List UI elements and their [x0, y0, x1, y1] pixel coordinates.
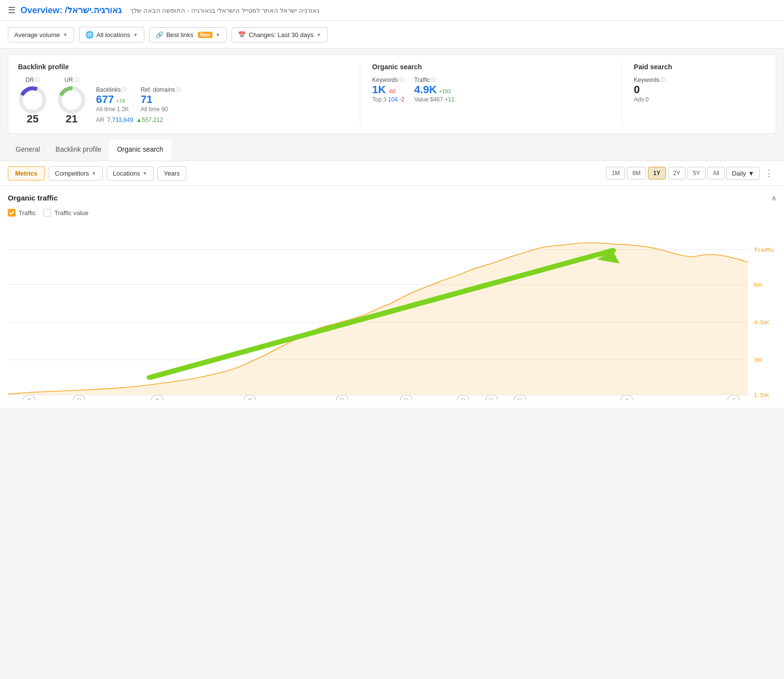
time-2y-button[interactable]: 2Y — [668, 167, 686, 180]
years-button[interactable]: Years — [157, 166, 186, 180]
traffic-legend-item[interactable]: Traffic — [8, 209, 36, 217]
keywords-info-icon[interactable]: ⓘ — [399, 77, 404, 83]
ref-domains-info-icon[interactable]: ⓘ — [176, 86, 181, 93]
toolbar: Average volume ▼ 🌐 All locations ▼ 🔗 Bes… — [0, 21, 784, 49]
svg-text:G: G — [404, 397, 409, 400]
top-bar: ☰ Overview: /גאורגיה.ישראל גאורגיה ישראל… — [0, 0, 784, 21]
organic-stats-row: Keywords ⓘ 1K -60 Top 3 104 -2 Traffic ⓘ — [372, 77, 610, 103]
all-locations-button[interactable]: 🌐 All locations ▼ — [79, 27, 144, 42]
caret-icon: ▼ — [133, 32, 138, 38]
avg-volume-button[interactable]: Average volume ▼ — [8, 27, 74, 42]
traffic-stat: Traffic ⓘ 4.9K +193 Value $467 +11 — [414, 77, 454, 103]
y-label-45k: 4.5K — [753, 319, 770, 325]
globe-icon: 🌐 — [85, 31, 94, 39]
organic-search-section: Organic search Keywords ⓘ 1K -60 Top 3 1… — [360, 63, 622, 125]
competitors-button[interactable]: Competitors ▼ — [49, 166, 103, 180]
main-tabs: General Backlink profile Organic search — [0, 140, 784, 161]
metrics-button[interactable]: Metrics — [8, 166, 45, 180]
traffic-info-icon[interactable]: ⓘ — [431, 77, 436, 83]
backlink-profile-title: Backlink profile — [18, 63, 348, 71]
traffic-chart: Traffic 6K 4.5K 3K 1.5K a G a — [8, 224, 776, 400]
time-5y-button[interactable]: 5Y — [687, 167, 706, 180]
svg-text:a: a — [27, 397, 31, 400]
tab-general[interactable]: General — [8, 140, 48, 160]
new-badge: New — [198, 32, 213, 38]
more-options-button[interactable]: ⋮ — [762, 166, 776, 180]
chart-title-row: Organic traffic ∧ — [8, 194, 776, 202]
calendar-icon: 📅 — [238, 31, 246, 39]
paid-search-section: Paid search Keywords ⓘ 0 Ads 0 — [622, 63, 766, 125]
y-label-traffic: Traffic — [753, 246, 775, 253]
ur-info-icon[interactable]: ⓘ — [74, 77, 79, 83]
traffic-value-legend-item[interactable]: Traffic value — [43, 209, 88, 217]
link-icon: 🔗 — [156, 31, 163, 39]
y-label-3k: 3K — [753, 357, 763, 363]
collapse-button[interactable]: ∧ — [771, 194, 776, 202]
sub-toolbar: Metrics Competitors ▼ Locations ▼ Years … — [0, 161, 784, 186]
backlinks-stats: Backlinks ⓘ 677 +74 All time 1.2K — [96, 77, 181, 123]
svg-text:G: G — [518, 397, 523, 400]
svg-text:G: G — [461, 397, 466, 400]
time-range-group: 1M 6M 1Y 2Y 5Y All Daily ▼ ⋮ — [606, 166, 776, 180]
paid-search-title: Paid search — [634, 63, 766, 71]
dr-info-icon[interactable]: ⓘ — [35, 77, 40, 83]
hamburger-menu[interactable]: ☰ — [8, 5, 16, 16]
svg-text:2: 2 — [732, 397, 735, 400]
time-all-button[interactable]: All — [707, 167, 725, 180]
caret-icon: ▼ — [748, 170, 754, 177]
ur-donut-chart — [57, 85, 86, 115]
caret-icon: ▼ — [316, 32, 321, 38]
caret-icon: ▼ — [63, 32, 68, 38]
ref-domains-stat: Ref. domains ⓘ 71 All time 90 — [140, 86, 181, 113]
daily-button[interactable]: Daily ▼ — [726, 167, 760, 180]
chart-legend: Traffic Traffic value — [8, 209, 776, 217]
backlinks-info-icon[interactable]: ⓘ — [122, 86, 127, 93]
page-subtitle: גאורגיה ישראל האתר למטייל הישראלי בגאורג… — [130, 7, 319, 14]
svg-text:a: a — [248, 397, 252, 400]
svg-text:G: G — [340, 397, 345, 400]
svg-text:a: a — [625, 397, 629, 400]
caret-icon: ▼ — [142, 171, 147, 176]
caret-icon: ▼ — [216, 32, 220, 38]
stats-panel: Backlink profile DR ⓘ 25 UR ⓘ — [8, 55, 776, 134]
organic-search-title: Organic search — [372, 63, 610, 71]
svg-text:G: G — [489, 397, 494, 400]
backlinks-stat: Backlinks ⓘ 677 +74 All time 1.2K — [96, 86, 129, 113]
page-title: Overview: /גאורגיה.ישראל — [20, 5, 121, 16]
traffic-value-checkbox[interactable] — [43, 209, 51, 217]
svg-text:G: G — [77, 397, 81, 400]
annotation-icons: a G a a G G G G G a — [23, 395, 739, 400]
dr-donut-chart — [18, 85, 47, 115]
paid-keywords-info-icon[interactable]: ⓘ — [661, 77, 666, 83]
backlink-profile-section: Backlink profile DR ⓘ 25 UR ⓘ — [18, 63, 360, 125]
tab-backlink-profile[interactable]: Backlink profile — [48, 140, 109, 160]
y-label-15k: 1.5K — [753, 392, 770, 398]
keywords-stat: Keywords ⓘ 1K -60 Top 3 104 -2 — [372, 77, 404, 103]
dr-stat: DR ⓘ 25 — [18, 77, 47, 125]
time-6m-button[interactable]: 6M — [627, 167, 646, 180]
ur-stat: UR ⓘ 21 — [57, 77, 86, 125]
y-label-6k: 6K — [753, 281, 763, 288]
changes-button[interactable]: 📅 Changes: Last 30 days ▼ — [232, 27, 328, 42]
chart-section: Organic traffic ∧ Traffic Traffic value … — [0, 186, 784, 408]
ar-row: AR 7,733,849 ▲557,212 — [96, 117, 181, 123]
time-1m-button[interactable]: 1M — [606, 167, 625, 180]
tab-organic-search[interactable]: Organic search — [109, 140, 171, 160]
traffic-checkbox[interactable] — [8, 209, 16, 217]
svg-text:a: a — [156, 397, 159, 400]
time-1y-button[interactable]: 1Y — [648, 167, 666, 180]
locations-button[interactable]: Locations ▼ — [107, 166, 154, 180]
traffic-area-path — [8, 243, 748, 395]
paid-keywords-stat: Keywords ⓘ 0 Ads 0 — [634, 77, 766, 103]
best-links-button[interactable]: 🔗 Best links New ▼ — [149, 27, 227, 42]
chart-container: Traffic 6K 4.5K 3K 1.5K a G a — [8, 224, 776, 400]
caret-icon: ▼ — [92, 171, 97, 176]
